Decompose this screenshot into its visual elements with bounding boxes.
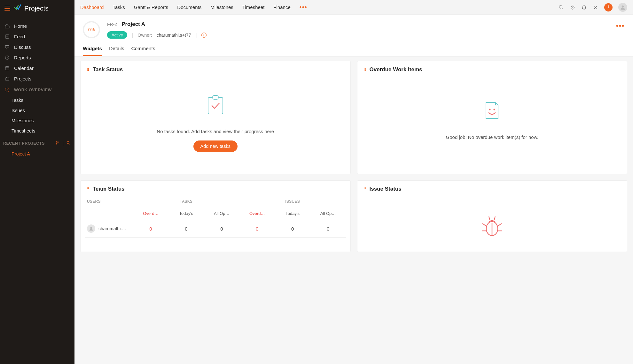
subtab-widgets[interactable]: Widgets: [83, 46, 102, 56]
work-overview-header[interactable]: WORK OVERVIEW: [0, 84, 74, 95]
more-tabs-icon[interactable]: •••: [300, 4, 308, 11]
owner-name: charumathi.s+t77: [157, 33, 191, 38]
divider: |: [62, 141, 64, 146]
project-code: FR-2: [107, 22, 117, 27]
tools-icon[interactable]: [593, 4, 598, 10]
progress-circle: 0%: [83, 21, 100, 38]
svg-point-14: [67, 141, 69, 144]
widget-title: Team Status: [93, 186, 125, 192]
svg-line-31: [498, 224, 502, 226]
widget-title: Overdue Work Items: [370, 66, 422, 73]
widget-title: Task Status: [93, 66, 123, 73]
sidebar-item-home[interactable]: Home: [0, 21, 74, 31]
svg-rect-24: [213, 95, 218, 99]
status-badge[interactable]: Active: [107, 31, 127, 39]
svg-point-11: [57, 141, 58, 142]
feed-icon: [4, 34, 10, 39]
cell-value: 0: [239, 226, 275, 231]
more-actions-icon[interactable]: •••: [616, 22, 625, 30]
smiley-document-icon: [481, 99, 503, 122]
tab-gantt-reports[interactable]: Gantt & Reports: [134, 1, 168, 14]
widget-overdue: ⠿ Overdue Work Items Good job! No overdu…: [357, 61, 628, 174]
reports-icon: [4, 55, 10, 60]
drag-handle-icon[interactable]: ⠿: [363, 187, 366, 192]
home-icon: [4, 23, 10, 29]
app-name: Projects: [24, 4, 49, 12]
subcol-overdue: Overd…: [239, 211, 275, 216]
sidebar-item-calendar[interactable]: Calendar: [0, 63, 74, 73]
filter-icon[interactable]: [55, 140, 60, 146]
svg-line-30: [482, 224, 486, 226]
drag-handle-icon[interactable]: ⠿: [86, 67, 90, 72]
app-logo: Projects: [13, 3, 49, 13]
sidebar-item-feed[interactable]: Feed: [0, 31, 74, 42]
sidebar-item-discuss[interactable]: Discuss: [0, 42, 74, 52]
sidebar-item-tasks[interactable]: Tasks: [0, 95, 74, 105]
widget-task-status: ⠿ Task Status No tasks found. Add tasks …: [80, 61, 351, 174]
recent-project-item[interactable]: Project A: [0, 149, 74, 159]
clipboard-check-icon: [204, 94, 227, 116]
sidebar-label: Home: [14, 23, 27, 29]
project-name: Project A: [121, 21, 145, 27]
user-avatar[interactable]: [618, 3, 627, 12]
col-header-issues: ISSUES: [239, 199, 346, 204]
cell-value: 0: [310, 226, 346, 231]
empty-state-text: No tasks found. Add tasks and view their…: [157, 129, 274, 134]
sidebar-item-timesheets[interactable]: Timesheets: [0, 126, 74, 136]
drag-handle-icon[interactable]: ⠿: [363, 67, 366, 72]
sidebar-item-reports[interactable]: Reports: [0, 52, 74, 63]
col-header-users: USERS: [85, 199, 133, 204]
subcol-allopen: All Op…: [204, 211, 239, 216]
widget-team-status: ⠿ Team Status USERS TASKS ISSUES Overd… …: [80, 180, 351, 252]
sidebar-item-projects[interactable]: Projects: [0, 73, 74, 84]
sidebar-item-issues[interactable]: Issues: [0, 105, 74, 116]
subcol-allopen: All Op…: [310, 211, 346, 216]
cell-value: 0: [275, 226, 310, 231]
search-icon[interactable]: [66, 141, 71, 146]
timer-icon[interactable]: [570, 4, 575, 10]
bug-icon: [479, 213, 505, 239]
svg-line-34: [489, 216, 490, 220]
svg-point-26: [494, 109, 495, 110]
projects-logo-icon: [13, 3, 22, 13]
tab-documents[interactable]: Documents: [177, 1, 201, 14]
chevron-up-icon: [4, 87, 10, 93]
discuss-icon: [4, 44, 10, 50]
subcol-today: Today's: [275, 211, 310, 216]
section-title: WORK OVERVIEW: [14, 88, 52, 92]
subtab-details[interactable]: Details: [109, 46, 124, 56]
hamburger-menu-icon[interactable]: [4, 6, 10, 11]
svg-point-7: [5, 88, 9, 92]
tab-milestones[interactable]: Milestones: [210, 1, 233, 14]
briefcase-icon: [4, 76, 10, 81]
svg-rect-6: [5, 78, 9, 80]
sidebar-label: Discuss: [14, 44, 31, 50]
add-new-tasks-button[interactable]: Add new tasks: [193, 140, 238, 152]
subtab-comments[interactable]: Comments: [131, 46, 155, 56]
svg-rect-4: [5, 67, 9, 70]
svg-line-35: [494, 216, 495, 220]
svg-point-12: [58, 142, 59, 143]
cell-value: 0: [133, 226, 168, 231]
svg-rect-0: [5, 35, 9, 38]
cell-value: 0: [168, 226, 204, 231]
cell-value: 0: [204, 226, 239, 231]
sidebar-item-milestones[interactable]: Milestones: [0, 116, 74, 126]
search-icon[interactable]: [558, 4, 564, 10]
tab-dashboard[interactable]: Dashboard: [80, 1, 104, 14]
tab-finance[interactable]: Finance: [273, 1, 290, 14]
sidebar-label: Calendar: [14, 65, 34, 71]
svg-line-17: [562, 8, 563, 9]
sidebar-label: Reports: [14, 55, 31, 60]
tab-timesheet[interactable]: Timesheet: [242, 1, 264, 14]
info-icon[interactable]: i: [201, 33, 207, 38]
calendar-icon: [4, 65, 10, 71]
widget-issue-status: ⠿ Issue Status: [357, 180, 628, 252]
owner-label: Owner:: [138, 33, 152, 38]
svg-rect-23: [208, 97, 223, 114]
drag-handle-icon[interactable]: ⠿: [86, 187, 90, 192]
tab-tasks[interactable]: Tasks: [113, 1, 125, 14]
sidebar-label: Projects: [14, 76, 31, 81]
bell-icon[interactable]: [581, 4, 587, 10]
add-button[interactable]: +: [604, 3, 613, 11]
